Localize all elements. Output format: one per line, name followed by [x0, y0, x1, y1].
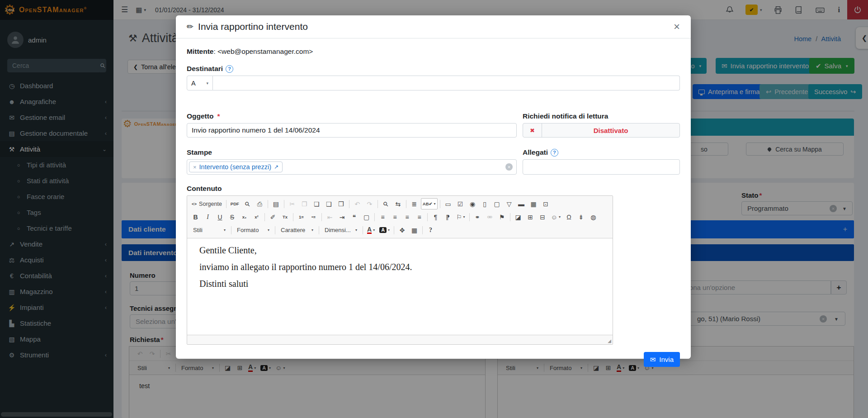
text-field-icon[interactable]: ▯ [479, 198, 491, 209]
checkbox-icon[interactable]: ☑ [455, 198, 466, 209]
preview-icon[interactable]: ⚲ [242, 198, 253, 209]
toolbar-separator [268, 200, 268, 208]
prints-row: Stampe × Intervento (senza prezzi) ↗ × A… [187, 148, 680, 175]
format-combo[interactable]: Formato▾ [234, 224, 273, 236]
modal-title: ✏ Invia rapportino intervento [187, 21, 308, 32]
recipient-type-select[interactable]: A▾ [187, 76, 213, 90]
maximize-icon[interactable]: ✥ [396, 224, 408, 236]
print-tag[interactable]: × Intervento (senza prezzi) ↗ [189, 162, 283, 172]
size-combo[interactable]: Dimensi...▾ [321, 224, 360, 236]
clear-icon[interactable]: × [505, 163, 513, 171]
table-icon[interactable]: ⊞ [525, 211, 536, 223]
div-icon[interactable]: ▢ [361, 211, 372, 223]
templates-icon[interactable]: ▤ [270, 198, 282, 209]
toolbar-separator [440, 200, 440, 208]
help-icon[interactable]: ? [226, 65, 233, 73]
rtl-icon[interactable]: ⁋ [442, 211, 453, 223]
image-button-icon[interactable]: ▦ [528, 198, 539, 209]
anchor-icon[interactable]: ⚑ [496, 211, 508, 223]
read-notify-toggle[interactable]: ✖ Disattivato [523, 123, 680, 138]
bullet-list-icon[interactable]: •≡ [308, 211, 319, 223]
export-pdf-icon[interactable]: PDF [229, 198, 241, 209]
select-field-icon[interactable]: ▽ [504, 198, 515, 209]
content-label: Contenuto [187, 185, 222, 193]
subject-input[interactable] [187, 123, 517, 138]
x-icon: ✖ [523, 124, 542, 137]
source-icon[interactable]: <>Sorgente [190, 198, 224, 209]
bold-icon[interactable]: B [190, 211, 201, 223]
paste-icon[interactable]: ❏ [311, 198, 322, 209]
blockquote-icon[interactable]: ❝ [349, 211, 360, 223]
resize-handle[interactable]: ◢ [608, 338, 611, 343]
find-icon[interactable]: ⚲ [380, 198, 392, 209]
image-icon[interactable]: ◪ [513, 211, 524, 223]
recipients-group: A▾ [187, 76, 680, 90]
align-center-icon[interactable]: ≡ [389, 211, 401, 223]
align-justify-icon[interactable]: ≡ [414, 211, 425, 223]
editor-toolbar: <>SorgentePDF⚲⎙▤✂❐❏❑❒↶↷⚲⇆≣AB✔▾▭☑◉▯▢▽▬▦⊡ … [187, 196, 613, 238]
copy-icon[interactable]: ❐ [299, 198, 310, 209]
font-combo[interactable]: Carattere▾ [278, 224, 316, 236]
spellcheck-icon[interactable]: AB✔▾ [421, 198, 438, 209]
help-icon[interactable]: ? [551, 149, 558, 157]
subscript-icon[interactable]: x₂ [239, 211, 250, 223]
strike-icon[interactable]: S [226, 211, 238, 223]
select-all-icon[interactable]: ≣ [409, 198, 420, 209]
indent-icon[interactable]: ⇥ [336, 211, 348, 223]
iframe-icon[interactable]: ◍ [588, 211, 599, 223]
replace-icon[interactable]: ⇆ [392, 198, 404, 209]
show-blocks-icon[interactable]: ▦ [409, 224, 420, 236]
remove-format-icon[interactable]: Tx [279, 211, 291, 223]
underline-icon[interactable]: U [214, 211, 226, 223]
attachments-input[interactable] [523, 159, 680, 175]
smiley-icon[interactable]: ☺▾ [549, 211, 562, 223]
cut-icon[interactable]: ✂ [287, 198, 298, 209]
redo-icon[interactable]: ↷ [364, 198, 375, 209]
language-icon[interactable]: ⚐▾ [454, 211, 467, 223]
paste-word-icon[interactable]: ❒ [335, 198, 347, 209]
form-icon[interactable]: ▭ [443, 198, 454, 209]
close-icon[interactable]: × [674, 21, 680, 32]
outdent-icon[interactable]: ⇤ [324, 211, 335, 223]
page-break-icon[interactable]: ⇟ [576, 211, 587, 223]
prints-select[interactable]: × Intervento (senza prezzi) ↗ × [187, 159, 517, 175]
radio-icon[interactable]: ◉ [467, 198, 478, 209]
chevron-down-icon: ▾ [206, 81, 208, 86]
hr-icon[interactable]: ⊟ [537, 211, 548, 223]
textarea-icon[interactable]: ▢ [491, 198, 503, 209]
editor-paragraph: inviamo in allegato il rapportino numero… [199, 262, 600, 272]
toolbar-separator [275, 226, 275, 234]
editor-toolbar-row-2: BIUSx₂x²✐Tx1≡•≡⇤⇥❝▢≡≡≡≡¶⁋⚐▾⚭⚮⚑◪⊞⊟☺▾Ω⇟◍ [189, 210, 610, 223]
bg-color-icon[interactable]: A▾ [377, 224, 392, 236]
recipients-input[interactable] [213, 76, 680, 90]
copy-format-icon[interactable]: ✐ [267, 211, 278, 223]
about-icon[interactable]: ? [425, 224, 436, 236]
special-char-icon[interactable]: Ω [563, 211, 575, 223]
sender-value: : <web@openstamanager.com> [213, 48, 313, 55]
text-color-icon[interactable]: A▾ [365, 224, 377, 236]
screen: ⚙OSM OpenSTAManager® admin ⚲ ◷Dashboard☻… [0, 0, 868, 418]
ordered-list-icon[interactable]: 1≡ [296, 211, 307, 223]
toolbar-separator [363, 226, 363, 234]
hidden-field-icon[interactable]: ⊡ [540, 198, 552, 209]
paste-text-icon[interactable]: ❑ [323, 198, 335, 209]
superscript-icon[interactable]: x² [251, 211, 262, 223]
button-icon[interactable]: ▬ [516, 198, 527, 209]
unlink-icon[interactable]: ⚮ [484, 211, 495, 223]
external-link-icon[interactable]: ↗ [274, 164, 278, 170]
align-left-icon[interactable]: ≡ [377, 211, 388, 223]
styles-combo[interactable]: Stili▾ [190, 224, 229, 236]
ltr-icon[interactable]: ¶ [430, 211, 441, 223]
send-button[interactable]: ✉ Invia [644, 352, 680, 367]
undo-icon[interactable]: ↶ [352, 198, 363, 209]
envelope-icon: ✉ [650, 356, 656, 364]
toolbar-separator [319, 226, 319, 234]
content-block: Contenuto <>SorgentePDF⚲⎙▤✂❐❏❑❒↶↷⚲⇆≣AB✔▾… [187, 185, 680, 345]
toolbar-separator [427, 213, 428, 221]
align-right-icon[interactable]: ≡ [401, 211, 413, 223]
link-icon[interactable]: ⚭ [472, 211, 483, 223]
print-icon[interactable]: ⎙ [254, 198, 265, 209]
remove-tag-icon[interactable]: × [193, 164, 197, 171]
editor-content[interactable]: Gentile Cliente,inviamo in allegato il r… [187, 238, 613, 335]
italic-icon[interactable]: I [202, 211, 213, 223]
